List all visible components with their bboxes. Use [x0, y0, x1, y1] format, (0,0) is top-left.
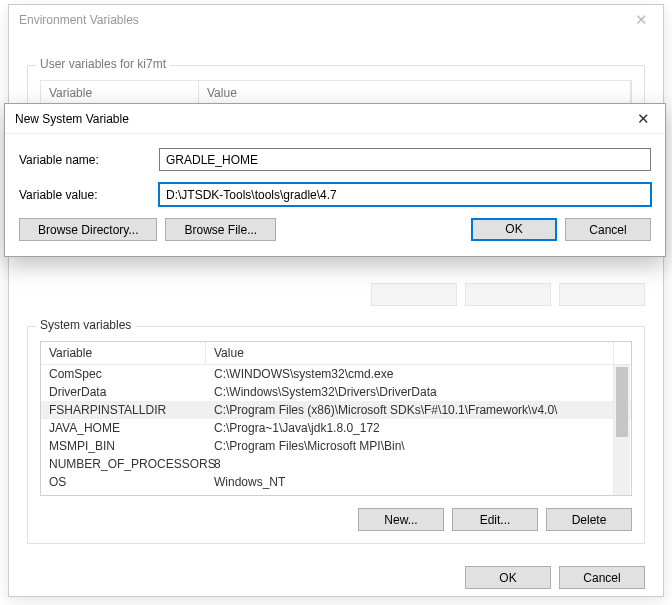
cell-variable: OS — [41, 474, 206, 490]
sys-new-button[interactable]: New... — [358, 508, 444, 531]
main-titlebar: Environment Variables ✕ — [9, 5, 663, 35]
table-row[interactable]: NUMBER_OF_PROCESSORS8 — [41, 455, 631, 473]
main-cancel-button[interactable]: Cancel — [559, 566, 645, 589]
new-system-variable-dialog: New System Variable ✕ Variable name: Var… — [4, 103, 666, 257]
cell-variable: DriverData — [41, 384, 206, 400]
variable-name-label: Variable name: — [19, 153, 159, 167]
main-title: Environment Variables — [19, 13, 139, 27]
cell-variable: MSMPI_BIN — [41, 438, 206, 454]
cell-value: C:\Program Files\Microsoft MPI\Bin\ — [206, 438, 631, 454]
scrollbar[interactable] — [613, 365, 630, 495]
close-icon[interactable]: ✕ — [619, 5, 663, 35]
sys-edit-button[interactable]: Edit... — [452, 508, 538, 531]
system-vars-header: Variable Value — [41, 342, 631, 365]
sys-col-value[interactable]: Value — [206, 342, 613, 364]
system-vars-label: System variables — [36, 318, 135, 332]
cell-value: C:\Progra~1\Java\jdk1.8.0_172 — [206, 420, 631, 436]
variable-value-row: Variable value: — [19, 183, 651, 206]
table-row[interactable]: MSMPI_BINC:\Program Files\Microsoft MPI\… — [41, 437, 631, 455]
variable-name-input[interactable] — [159, 148, 651, 171]
system-vars-table: Variable Value ComSpecC:\WINDOWS\system3… — [40, 341, 632, 496]
system-buttons-row: New... Edit... Delete — [40, 508, 632, 531]
variable-name-row: Variable name: — [19, 148, 651, 171]
cell-variable: FSHARPINSTALLDIR — [41, 402, 206, 418]
user-delete-button[interactable]: Delete — [559, 283, 645, 306]
variable-value-label: Variable value: — [19, 188, 159, 202]
variable-value-input[interactable] — [159, 183, 651, 206]
cell-variable: NUMBER_OF_PROCESSORS — [41, 456, 206, 472]
modal-cancel-button[interactable]: Cancel — [565, 218, 651, 241]
main-dialog-buttons: OK Cancel — [27, 566, 645, 589]
cell-variable: JAVA_HOME — [41, 420, 206, 436]
cell-value: C:\WINDOWS\system32\cmd.exe — [206, 366, 631, 382]
table-row[interactable]: ComSpecC:\WINDOWS\system32\cmd.exe — [41, 365, 631, 383]
env-vars-window: Environment Variables ✕ User variables f… — [8, 4, 664, 597]
scroll-spacer — [613, 342, 631, 364]
cell-value: Windows_NT — [206, 474, 631, 490]
modal-titlebar: New System Variable ✕ — [5, 104, 665, 134]
system-vars-group: System variables Variable Value ComSpecC… — [27, 326, 645, 544]
cell-value: 8 — [206, 456, 631, 472]
col-value[interactable]: Value — [199, 81, 631, 105]
table-row[interactable]: FSHARPINSTALLDIRC:\Program Files (x86)\M… — [41, 401, 631, 419]
browse-directory-button[interactable]: Browse Directory... — [19, 218, 157, 241]
user-vars-label: User variables for ki7mt — [36, 57, 170, 71]
modal-ok-button[interactable]: OK — [471, 218, 557, 241]
browse-file-button[interactable]: Browse File... — [165, 218, 276, 241]
sys-delete-button[interactable]: Delete — [546, 508, 632, 531]
user-edit-button[interactable]: Edit... — [465, 283, 551, 306]
scrollbar-thumb[interactable] — [616, 367, 628, 437]
modal-title: New System Variable — [15, 112, 129, 126]
close-icon[interactable]: ✕ — [621, 104, 665, 134]
table-row[interactable]: JAVA_HOMEC:\Progra~1\Java\jdk1.8.0_172 — [41, 419, 631, 437]
user-new-button[interactable]: New... — [371, 283, 457, 306]
cell-value: C:\Windows\System32\Drivers\DriverData — [206, 384, 631, 400]
table-row[interactable]: OSWindows_NT — [41, 473, 631, 491]
cell-variable: ComSpec — [41, 366, 206, 382]
main-ok-button[interactable]: OK — [465, 566, 551, 589]
sys-col-variable[interactable]: Variable — [41, 342, 206, 364]
cell-value: C:\Program Files (x86)\Microsoft SDKs\F#… — [206, 402, 631, 418]
col-variable[interactable]: Variable — [41, 81, 199, 105]
modal-buttons-row: Browse Directory... Browse File... OK Ca… — [19, 218, 651, 241]
user-buttons-row: New... Edit... Delete — [27, 283, 645, 306]
table-row[interactable]: DriverDataC:\Windows\System32\Drivers\Dr… — [41, 383, 631, 401]
